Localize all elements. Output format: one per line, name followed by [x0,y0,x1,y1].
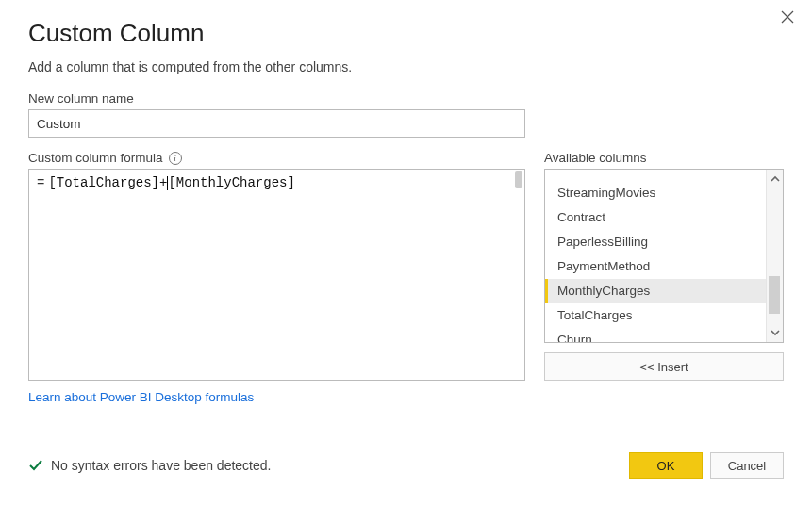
formula-label: Custom column formula i [28,151,525,165]
available-columns-list[interactable]: StreamingTVStreamingMoviesContractPaperl… [544,169,784,343]
check-icon [28,457,43,475]
list-item[interactable]: TotalCharges [545,303,783,328]
dialog-buttons: OK Cancel [629,452,784,479]
dialog-subtitle: Add a column that is computed from the o… [28,59,784,74]
status-text: No syntax errors have been detected. [51,458,271,473]
new-column-name-input[interactable] [28,109,525,138]
list-item-clipped: StreamingTV [545,169,783,170]
cancel-button[interactable]: Cancel [710,452,784,479]
formula-equals: = [37,175,44,190]
list-item[interactable]: PaymentMethod [545,254,783,279]
list-item[interactable]: Churn [545,328,783,343]
list-item[interactable]: PaperlessBilling [545,230,783,254]
formula-part1: [TotalCharges]+ [48,175,167,190]
scroll-thumb[interactable] [769,276,780,314]
insert-button[interactable]: << Insert [544,352,784,381]
formula-label-text: Custom column formula [28,151,163,165]
available-columns-label: Available columns [544,151,784,165]
info-icon[interactable]: i [169,152,182,165]
formula-part2: [MonthlyCharges] [168,175,294,190]
list-scrollbar[interactable] [766,170,783,342]
close-button[interactable] [776,6,799,28]
learn-formulas-link[interactable]: Learn about Power BI Desktop formulas [28,390,254,404]
status-bar: No syntax errors have been detected. [28,457,271,475]
list-item[interactable]: StreamingMovies [545,181,783,205]
custom-column-dialog: Custom Column Add a column that is compu… [0,0,812,415]
formula-scrollbar-thumb[interactable] [515,171,522,188]
list-item[interactable]: MonthlyCharges [545,279,783,303]
dialog-title: Custom Column [28,19,784,48]
formula-editor[interactable]: =[TotalCharges]+[MonthlyCharges] [28,169,525,381]
scroll-up-button[interactable] [767,170,784,188]
new-column-name-label: New column name [28,91,784,106]
scroll-down-button[interactable] [767,323,784,342]
ok-button[interactable]: OK [629,452,703,479]
list-item[interactable]: Contract [545,205,783,230]
